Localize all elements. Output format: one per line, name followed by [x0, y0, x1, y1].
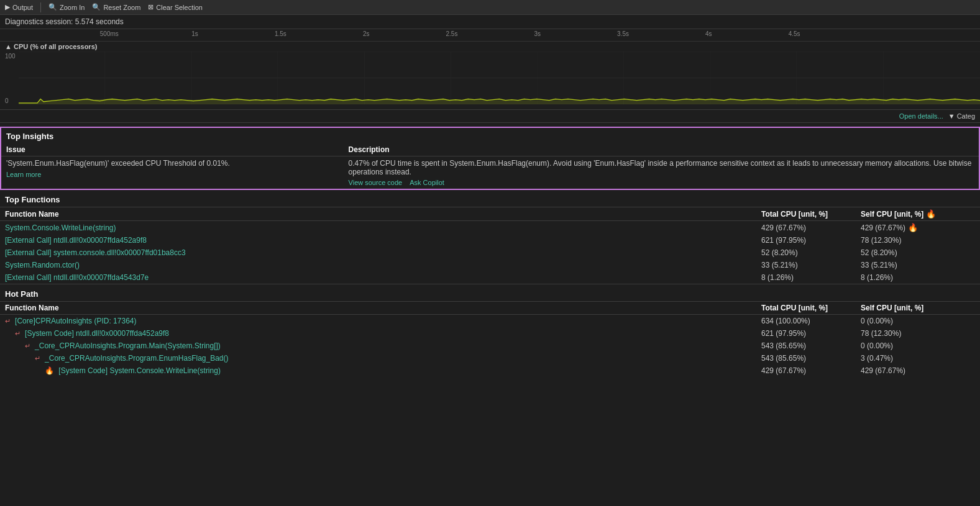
insights-row: 'System.Enum.HasFlag(enum)' exceeded CPU…	[1, 156, 979, 189]
insights-issue-cell: 'System.Enum.HasFlag(enum)' exceeded CPU…	[1, 156, 344, 189]
hot-path-row: ↵ _Core_CPRAutoInsights.Program.Main(Sys…	[0, 340, 980, 352]
hp-name-cell: ↵ [Core]CPRAutoInsights (PID: 17364)	[0, 315, 756, 328]
top-functions-section: Top Functions Function Name Total CPU [u…	[0, 190, 980, 284]
hot-path-label: Hot Path	[5, 289, 38, 299]
insights-desc-cell: 0.47% of CPU time is spent in System.Enu…	[344, 156, 979, 189]
top-insights-title: Top Insights	[6, 132, 53, 141]
hp-col-total-header: Total CPU [unit, %]	[756, 302, 856, 315]
fn-total-cell: 429 (67.67%)	[756, 221, 856, 235]
top-functions-table: Function Name Total CPU [unit, %] Self C…	[0, 207, 980, 284]
top-functions-title: Top Functions	[0, 190, 980, 207]
action-bar: Open details... ▼ Categ	[0, 110, 980, 123]
hot-path-table: Function Name Total CPU [unit, %] Self C…	[0, 302, 980, 377]
fn-self-cell: 78 (12.30%)	[856, 234, 980, 246]
ruler-mark-3s: 3s	[534, 30, 541, 37]
hp-name-cell: ↵ [System Code] ntdll.dll!0x00007ffda452…	[0, 327, 756, 340]
cpu-scale-0: 0	[5, 97, 9, 104]
categ-label: Categ	[957, 112, 975, 120]
hp-total-cell: 634 (100.00%)	[756, 315, 856, 328]
toolbar-separator-1	[40, 2, 41, 12]
hp-name-cell: ↵ _Core_CPRAutoInsights.Program.Main(Sys…	[0, 340, 756, 352]
hp-name-link[interactable]: _Core_CPRAutoInsights.Program.EnumHasFla…	[45, 354, 228, 363]
hot-path-row: ↵ [System Code] ntdll.dll!0x00007ffda452…	[0, 327, 980, 340]
hp-total-cell: 543 (85.65%)	[756, 352, 856, 364]
hot-path-row: ↵ _Core_CPRAutoInsights.Program.EnumHasF…	[0, 352, 980, 364]
hot-flame-icon: 🔥	[905, 223, 918, 232]
clear-selection-button[interactable]: ⊠ Clear Selection	[148, 3, 203, 11]
top-functions-row: [External Call] ntdll.dll!0x00007ffda454…	[0, 271, 980, 284]
hp-name-link[interactable]: [System Code] ntdll.dll!0x00007ffda452a9…	[25, 329, 169, 338]
hot-path-section: Hot Path Function Name Total CPU [unit, …	[0, 284, 980, 377]
insights-desc-text: 0.47% of CPU time is spent in System.Enu…	[349, 159, 974, 176]
toolbar: ▶ Output 🔍 Zoom In 🔍 Reset Zoom ⊠ Clear …	[0, 0, 980, 15]
hp-name-link[interactable]: _Core_CPRAutoInsights.Program.Main(Syste…	[35, 341, 221, 350]
hp-name-cell: 🔥 [System Code] System.Console.WriteLine…	[0, 364, 756, 377]
ruler-mark-1s: 1s	[191, 30, 198, 37]
top-insights-section: Top Insights Issue Description 'System.E…	[0, 127, 980, 190]
output-button[interactable]: ▶ Output	[5, 3, 33, 11]
fn-self-cell: 33 (5.21%)	[856, 259, 980, 271]
hot-path-row: 🔥 [System Code] System.Console.WriteLine…	[0, 364, 980, 377]
hp-col-self-header: Self CPU [unit, %]	[856, 302, 980, 315]
fn-total-cell: 621 (97.95%)	[756, 234, 856, 246]
insights-issue-text: 'System.Enum.HasFlag(enum)' exceeded CPU…	[6, 159, 339, 168]
fn-self-cell: 8 (1.26%)	[856, 271, 980, 284]
hp-self-cell: 3 (0.47%)	[856, 352, 980, 364]
ruler-mark-4-5s: 4.5s	[789, 30, 800, 37]
fn-self-cell: 52 (8.20%)	[856, 246, 980, 259]
reset-zoom-button[interactable]: 🔍 Reset Zoom	[92, 3, 140, 11]
hp-name-cell: ↵ _Core_CPRAutoInsights.Program.EnumHasF…	[0, 352, 756, 364]
hp-self-cell: 0 (0.00%)	[856, 340, 980, 352]
clear-selection-label: Clear Selection	[156, 4, 203, 11]
fn-name-cell: [External Call] ntdll.dll!0x00007ffda452…	[0, 234, 756, 246]
fn-name-cell: System.Random.ctor()	[0, 259, 756, 271]
fn-total-cell: 8 (1.26%)	[756, 271, 856, 284]
hp-total-cell: 621 (97.95%)	[756, 327, 856, 340]
fn-name-link[interactable]: [External Call] system.console.dll!0x000…	[5, 248, 186, 257]
arrow-icon: ↵	[25, 342, 32, 350]
top-functions-label: Top Functions	[5, 195, 60, 204]
ruler-mark-2s: 2s	[363, 30, 370, 37]
zoom-in-button[interactable]: 🔍 Zoom In	[48, 3, 85, 11]
filter-icon: ▼	[948, 112, 955, 120]
hp-name-link[interactable]: [System Code] System.Console.WriteLine(s…	[58, 366, 221, 375]
clear-selection-icon: ⊠	[148, 3, 153, 11]
fn-name-cell: [External Call] ntdll.dll!0x00007ffda454…	[0, 271, 756, 284]
fn-self-cell: 429 (67.67%) 🔥	[856, 221, 980, 235]
category-filter-button[interactable]: ▼ Categ	[948, 112, 975, 120]
output-icon: ▶	[5, 3, 10, 11]
reset-zoom-label: Reset Zoom	[103, 4, 140, 11]
top-functions-row: System.Console.WriteLine(string)429 (67.…	[0, 221, 980, 235]
ruler-mark-2-5s: 2.5s	[446, 30, 457, 37]
output-label: Output	[12, 4, 33, 11]
top-insights-header: Top Insights	[1, 128, 979, 143]
col-issue-header: Issue	[1, 143, 344, 156]
hp-col-name-header: Function Name	[0, 302, 756, 315]
ask-copilot-link[interactable]: Ask Copilot	[410, 179, 444, 186]
hp-name-link[interactable]: [Core]CPRAutoInsights (PID: 17364)	[15, 317, 136, 325]
col-desc-header: Description	[344, 143, 979, 156]
reset-zoom-icon: 🔍	[92, 3, 101, 11]
insights-table: Issue Description 'System.Enum.HasFlag(e…	[1, 143, 979, 189]
top-functions-row: [External Call] ntdll.dll!0x00007ffda452…	[0, 234, 980, 246]
hp-self-cell: 429 (67.67%)	[856, 364, 980, 377]
session-bar: Diagnostics session: 5.574 seconds	[0, 15, 980, 29]
fn-name-link[interactable]: System.Console.WriteLine(string)	[5, 224, 116, 232]
hp-self-cell: 0 (0.00%)	[856, 315, 980, 328]
view-source-link[interactable]: View source code	[349, 179, 403, 186]
cpu-label-text: ▲ CPU (% of all processors)	[5, 43, 97, 50]
learn-more-link[interactable]: Learn more	[6, 171, 41, 178]
hp-total-cell: 429 (67.67%)	[756, 364, 856, 377]
arrow-icon: ↵	[35, 355, 42, 362]
zoom-in-icon: 🔍	[48, 3, 57, 11]
arrow-icon: ↵	[5, 317, 12, 325]
ruler-mark-500ms: 500ms	[100, 30, 119, 37]
open-details-link[interactable]: Open details...	[899, 112, 943, 120]
fn-name-link[interactable]: System.Random.ctor()	[5, 261, 80, 269]
arrow-icon: ↵	[15, 330, 22, 337]
cpu-label: ▲ CPU (% of all processors)	[5, 43, 97, 50]
ruler-mark-1-5s: 1.5s	[275, 30, 286, 37]
fn-name-link[interactable]: [External Call] ntdll.dll!0x00007ffda454…	[5, 273, 149, 282]
hot-flame-icon: 🔥	[45, 366, 56, 375]
fn-name-link[interactable]: [External Call] ntdll.dll!0x00007ffda452…	[5, 236, 147, 245]
